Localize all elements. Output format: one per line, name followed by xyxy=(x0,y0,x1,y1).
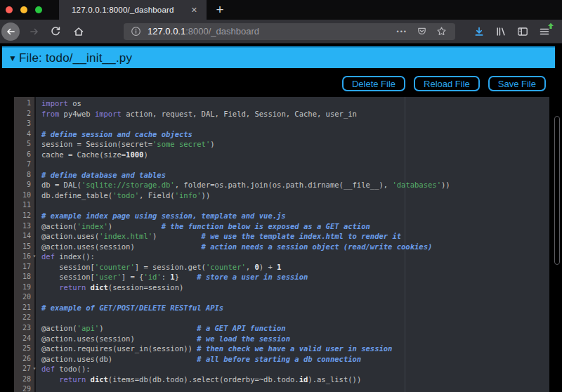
editor-line[interactable]: 17 session['counter'] = session.get('cou… xyxy=(14,262,549,273)
code-text xyxy=(37,384,41,392)
code-editor[interactable]: 1import os2from py4web import action, re… xyxy=(14,97,549,392)
reload-file-button[interactable]: Reload File xyxy=(414,76,480,91)
site-info-icon[interactable] xyxy=(131,26,141,37)
editor-line[interactable]: 8# define database and tables xyxy=(14,170,549,181)
code-text: @action('index') # the function below is… xyxy=(37,221,370,232)
editor-line[interactable]: 14@action.uses('index.html') # we use th… xyxy=(14,231,549,242)
back-button[interactable] xyxy=(1,22,20,41)
code-text xyxy=(37,200,41,211)
editor-line[interactable]: 7 xyxy=(14,159,549,170)
line-number: 5 xyxy=(14,139,32,150)
code-text: session['user'] = {'id': 1} # store a us… xyxy=(37,272,308,282)
editor-line[interactable]: 3 xyxy=(14,119,549,129)
fold-toggle-icon[interactable]: ▾ xyxy=(32,364,37,374)
editor-line[interactable]: 18 session['user'] = {'id': 1} # store a… xyxy=(14,272,549,282)
editor-line[interactable]: 29 xyxy=(14,384,549,392)
editor-line[interactable]: 11 xyxy=(14,200,549,211)
file-title: File: todo/__init__.py xyxy=(19,51,132,65)
minimize-window-button[interactable] xyxy=(20,6,27,13)
reload-icon xyxy=(50,26,61,37)
window-controls xyxy=(6,0,42,20)
collapse-triangle-icon[interactable]: ▼ xyxy=(8,53,17,63)
line-number: 14 xyxy=(14,231,32,242)
line-number: 24 xyxy=(14,334,32,344)
line-number: 18 xyxy=(14,272,32,282)
save-file-button[interactable]: Save File xyxy=(488,76,546,91)
browser-tab[interactable]: 127.0.0.1:8000/_dashboard ✕ xyxy=(59,0,207,20)
code-text: def todo(): xyxy=(37,364,91,374)
sidebar-toggle-icon[interactable] xyxy=(514,23,531,40)
code-text: # define database and tables xyxy=(37,170,166,181)
forward-button[interactable] xyxy=(26,23,43,40)
editor-line[interactable]: 1import os xyxy=(14,98,549,109)
line-number: 13 xyxy=(14,221,32,232)
editor-line[interactable]: 22 xyxy=(14,313,549,323)
editor-line[interactable]: 12# example index page using session, te… xyxy=(14,211,549,221)
line-number: 21 xyxy=(14,303,32,313)
fold-toggle-icon[interactable]: ▾ xyxy=(32,251,37,262)
close-window-button[interactable] xyxy=(6,6,13,13)
tab-close-icon[interactable]: ✕ xyxy=(188,4,200,16)
code-text: def index(): xyxy=(37,251,95,262)
code-text: return dict(session=session) xyxy=(37,282,183,293)
editor-line[interactable]: 13@action('index') # the function below … xyxy=(14,221,549,232)
editor-line[interactable]: 20 xyxy=(14,292,549,303)
library-icon[interactable] xyxy=(492,23,509,40)
editor-line[interactable]: 23@action('api') # a GET API function xyxy=(14,323,549,334)
editor-line[interactable]: 15@action.uses(session) # action needs a… xyxy=(14,242,549,252)
url-path: :8000/_dashboard xyxy=(185,26,259,37)
code-text: cache = Cache(size=1000) xyxy=(37,150,148,160)
editor-line[interactable]: 28 return dict(items=db(db.todo).select(… xyxy=(14,374,549,385)
code-text: session['counter'] = session.get('counte… xyxy=(37,262,281,273)
editor-line[interactable]: 16▾def index(): xyxy=(14,251,549,262)
line-number: 23 xyxy=(14,323,32,334)
url-bar[interactable]: 127.0.0.1:8000/_dashboard ••• xyxy=(124,23,455,40)
new-tab-button[interactable]: + xyxy=(209,0,231,20)
url-text: 127.0.0.1:8000/_dashboard xyxy=(148,26,397,37)
page-actions-icon[interactable]: ••• xyxy=(397,28,407,35)
code-text: # example of GET/POST/DELETE RESTful API… xyxy=(37,303,223,313)
editor-line[interactable]: 9db = DAL('sqlite://storage.db', folder=… xyxy=(14,180,549,190)
forward-arrow-icon xyxy=(29,26,40,37)
code-text: db.define_table('todo', Field('info')) xyxy=(37,190,210,201)
code-text xyxy=(37,159,41,170)
line-number: 25 xyxy=(14,344,32,354)
navigation-bar: 127.0.0.1:8000/_dashboard ••• xyxy=(0,20,562,44)
url-domain: 127.0.0.1 xyxy=(148,26,185,37)
pocket-icon[interactable] xyxy=(417,26,427,37)
code-text: # define session and cache objects xyxy=(37,129,192,140)
editor-line[interactable]: 25@action.requires(user_in(session)) # t… xyxy=(14,344,549,354)
zoom-window-button[interactable] xyxy=(35,6,42,13)
line-number: 29 xyxy=(14,384,32,392)
editor-line[interactable]: 26@action.uses(db) # all before starting… xyxy=(14,354,549,365)
scrollbar-thumb[interactable] xyxy=(554,116,560,265)
line-number: 2 xyxy=(14,109,32,119)
editor-line[interactable]: 5session = Session(secret='some secret') xyxy=(14,139,549,150)
editor-line[interactable]: 19 return dict(session=session) xyxy=(14,282,549,293)
home-button[interactable] xyxy=(70,23,87,40)
editor-line[interactable]: 10db.define_table('todo', Field('info')) xyxy=(14,190,549,201)
editor-line[interactable]: 6cache = Cache(size=1000) xyxy=(14,150,549,160)
file-header[interactable]: ▼ File: todo/__init__.py xyxy=(2,46,555,68)
reload-button[interactable] xyxy=(47,23,64,40)
code-text xyxy=(37,119,41,129)
bookmark-star-icon[interactable] xyxy=(436,26,447,37)
delete-file-button[interactable]: Delete File xyxy=(342,76,405,91)
code-text: db = DAL('sqlite://storage.db', folder=o… xyxy=(37,180,450,190)
code-text xyxy=(37,292,41,303)
downloads-icon[interactable] xyxy=(471,23,488,40)
tab-title: 127.0.0.1:8000/_dashboard xyxy=(72,6,188,14)
line-number: 4 xyxy=(14,129,32,140)
editor-line[interactable]: 21# example of GET/POST/DELETE RESTful A… xyxy=(14,303,549,313)
line-number: 11 xyxy=(14,200,32,211)
menu-hamburger-icon[interactable] xyxy=(536,23,553,40)
editor-line[interactable]: 24@action.uses(session) # we load the se… xyxy=(14,334,549,344)
code-text: @action.requires(user_in(session)) # the… xyxy=(37,344,392,354)
code-text: @action.uses('index.html') # we use the … xyxy=(37,231,401,242)
code-text: @action.uses(session) # we load the sess… xyxy=(37,334,290,344)
line-number: 15 xyxy=(14,242,32,252)
line-number: 10 xyxy=(14,190,32,201)
editor-line[interactable]: 4# define session and cache objects xyxy=(14,129,549,140)
editor-line[interactable]: 2from py4web import action, request, DAL… xyxy=(14,109,549,119)
editor-line[interactable]: 27▾def todo(): xyxy=(14,364,549,374)
